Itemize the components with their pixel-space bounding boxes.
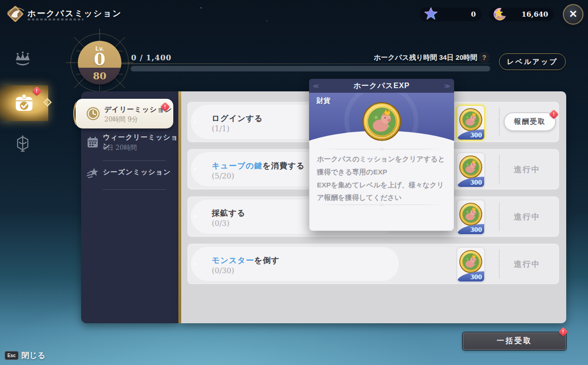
moon-currency-icon [491,6,508,25]
help-button[interactable]: ? [479,52,490,63]
tab-gold-crescent-decor [73,100,85,128]
tooltip-description: ホークパスのミッションをクリアすると 獲得できる専用のEXP EXPを集めてレベ… [317,153,448,204]
level-up-button[interactable]: レベルアップ [499,53,566,70]
mission-title-link[interactable]: モンスター [212,256,254,265]
tooltip-category: 財貨 [316,96,330,105]
exp-coin-icon [459,250,483,274]
rail-selected-arrow-icon [43,98,51,106]
exp-coin-icon [459,155,483,179]
ornament-divider: ◇◇ [319,205,444,205]
tooltip-header: ≪ ホークパスEXP ≫ [309,79,454,93]
mission-title-rest: を倒す [254,256,280,265]
app-emblem-icon [5,3,26,25]
mission-count: (5/20) [212,172,234,180]
claim-reward-button[interactable]: 報酬受取 [504,112,556,131]
claim-all-label: 一括受取 [497,336,532,346]
rail-mission-button-selected[interactable]: ! [0,85,48,121]
mission-status: 進行中 [499,244,555,284]
pass-remaining-time: ホークパス残り時間 34日 20時間 [364,53,477,62]
ornament-divider: ◇◇ [319,149,444,149]
claim-all-button[interactable]: 一括受取 [463,333,566,350]
tooltip-title: ホークパスEXP [354,81,410,91]
rail-battle-button[interactable] [12,134,33,155]
tab-daily-sub: 20時間 9分 [104,115,138,124]
sparkle-icon: ✦ [193,261,197,267]
mission-clipboard-icon [13,91,36,115]
exp-tooltip: ≪ ホークパスEXP ≫ 財貨 [309,79,454,231]
exp-coin-large-icon [361,101,402,142]
mission-title-rest: ログインする [212,114,263,123]
reward-card[interactable]: 300 [456,152,485,188]
exp-coin-icon [459,108,483,132]
reward-card[interactable]: 300 [456,247,485,282]
tab-divider [103,189,166,190]
clock-icon [86,106,101,123]
mission-count: (0/3) [212,219,229,228]
hawk-pass-mission-screen: ホークパスミッション 0 16,640 × [0,0,588,365]
level-circle: Lv. 0 80 [78,41,121,84]
page-title: ホークパスミッション [27,8,122,19]
tooltip-left-ornament: ≪ [313,83,319,90]
star-currency-pill: 0 [419,7,482,21]
esc-key-label: Esc [7,353,16,358]
esc-key-badge[interactable]: Esc [5,351,19,360]
tab-weekly-mission[interactable]: ウィークリーミッション 6日 20時間 [81,132,178,156]
sparkle-icon: ✦ [193,213,197,220]
reward-value: 300 [470,274,482,281]
mission-title-rest: 採鉱する [212,209,246,218]
level-up-label: レベルアップ [507,58,558,66]
reward-value: 300 [470,132,482,139]
rail-rank-button[interactable] [12,50,33,71]
tab-season-label: シーズンミッション [103,168,171,177]
sparkle-icon: ✦ [193,119,197,125]
exp-gold-line [111,64,490,64]
level-cap: 80 [78,70,121,82]
mission-title: ログインする [212,113,263,124]
trident-icon [12,134,33,155]
sparkle-icon: ✦ [193,166,197,173]
mission-count: (0/30) [212,266,234,275]
moon-currency-value: 16,640 [522,10,548,19]
mission-title: キューブの鍵を消費する [212,160,305,171]
exp-progress-track [131,66,490,71]
mission-title-rest: を消費する [263,161,305,170]
mission-status: 進行中 [499,197,555,237]
star-dot [266,20,267,21]
star-dot [201,7,202,8]
calendar-icon [86,135,100,151]
tooltip-item-hero: 財貨 [309,93,454,142]
reward-card[interactable]: 300 [456,199,485,235]
tab-weekly-sub: 6日 20時間 [103,144,137,152]
help-icon: ? [482,54,487,61]
close-icon: × [569,7,577,20]
mission-status: 進行中 [499,149,555,189]
mission-count: (1/1) [212,124,229,133]
tab-divider [103,160,166,161]
mission-title-link[interactable]: キューブの鍵 [212,161,263,170]
star-currency-value: 0 [471,10,476,19]
star-currency-icon [423,6,439,24]
tooltip-right-ornament: ≫ [444,83,450,90]
reward-card[interactable]: 300 [456,105,485,141]
row-divider: ◦◦ [499,108,499,136]
crown-icon [12,50,33,71]
mission-title: モンスターを倒す [212,255,279,266]
close-button[interactable]: × [563,4,583,25]
tab-daily-mission[interactable]: デイリーミッション 20時間 9分 ! [76,99,173,128]
reward-value: 300 [470,179,482,186]
tooltip-body: ◇◇ ホークパスのミッションをクリアすると 獲得できる専用のEXP EXPを集め… [309,142,454,231]
mission-row-monster: ✦ モンスターを倒す (0/30) 300 ◦◦ 進行中 [187,243,560,285]
level-value: 0 [78,49,121,69]
exp-progress-text: 0 / 1,400 [131,53,171,62]
claim-reward-label: 報酬受取 [514,117,546,126]
close-screen-label[interactable]: 閉じる [21,350,45,361]
tab-season-mission[interactable]: シーズンミッション [81,163,178,184]
reward-value: 300 [470,227,482,233]
moon-currency-pill: 16,640 [489,7,554,21]
season-star-icon [86,166,100,182]
mission-title: 採鉱する [212,208,246,218]
title-subtext-decor [28,19,83,20]
exp-coin-icon [459,202,483,226]
